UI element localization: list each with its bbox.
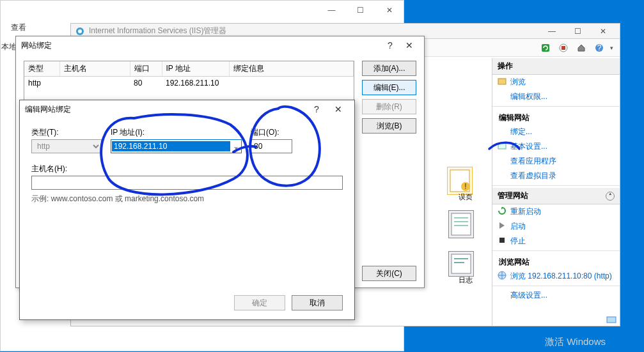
port-input[interactable] xyxy=(251,139,292,153)
action-browse[interactable]: 浏览 xyxy=(492,75,620,89)
host-example: 示例: www.contoso.com 或 marketing.contoso.… xyxy=(31,194,343,204)
bindings-close-button[interactable]: ✕ xyxy=(400,40,419,50)
browse-button[interactable]: 浏览(B) xyxy=(362,118,416,134)
svg-rect-18 xyxy=(498,143,506,149)
feature-label-error-pages: 误页 xyxy=(459,192,473,202)
actions-pane: 操作 浏览 编辑权限... 编辑网站 绑定... 基本设置... 查看应用程序 … xyxy=(492,58,620,326)
action-restart[interactable]: 重新启动 xyxy=(492,204,620,219)
toolbar-help-icon[interactable]: ? xyxy=(592,41,606,55)
actions-header: 操作 xyxy=(492,58,620,75)
toolbar-stop-icon[interactable] xyxy=(556,41,570,55)
ok-button: 确定 xyxy=(234,295,285,310)
action-edit-permissions[interactable]: 编辑权限... xyxy=(492,89,620,104)
action-view-apps[interactable]: 查看应用程序 xyxy=(492,154,620,169)
globe-icon xyxy=(498,271,507,280)
svg-rect-11 xyxy=(454,217,468,218)
iis-icon xyxy=(75,26,85,36)
svg-text:!: ! xyxy=(464,182,466,191)
svg-rect-17 xyxy=(498,79,506,84)
host-input[interactable] xyxy=(31,176,343,190)
svg-rect-10 xyxy=(452,213,471,235)
iis-min-button[interactable]: — xyxy=(539,27,565,36)
svg-rect-15 xyxy=(454,258,468,259)
svg-rect-21 xyxy=(607,317,616,323)
toolbar-refresh-icon[interactable] xyxy=(538,41,553,55)
bindings-buttons: 添加(A)... 编辑(E)... 删除(R) 浏览(B) 关闭(C) xyxy=(362,61,416,281)
toolbar-home-icon[interactable] xyxy=(574,41,588,55)
feature-icon-error-pages[interactable]: ! xyxy=(447,167,473,195)
feature-label-logging: 日志 xyxy=(459,275,473,285)
label-host: 主机名(H): xyxy=(31,164,343,174)
iis-max-button[interactable]: ☐ xyxy=(565,27,590,36)
edit-binding-dialog: 编辑网站绑定 ? ✕ 类型(T): http IP 地址(I): 192.168… xyxy=(19,100,355,320)
cancel-button[interactable]: 取消 xyxy=(292,295,343,310)
label-port: 端口(O): xyxy=(251,127,292,138)
feature-icon-logging[interactable] xyxy=(448,251,474,277)
section-edit-site: 编辑网站 xyxy=(492,109,620,125)
svg-point-1 xyxy=(78,29,82,33)
iis-local-label: 本地 xyxy=(1,42,17,52)
col-port[interactable]: 端口 xyxy=(130,61,162,77)
action-bindings[interactable]: 绑定... xyxy=(492,125,620,139)
action-advanced[interactable]: 高级设置... xyxy=(492,288,620,303)
activate-windows-watermark: 激活 Windows xyxy=(545,336,606,348)
edit-title: 编辑网站绑定 xyxy=(25,104,306,115)
close-dialog-button[interactable]: 关闭(C) xyxy=(362,266,416,281)
edit-help-button[interactable]: ? xyxy=(306,100,327,118)
add-button[interactable]: 添加(A)... xyxy=(362,61,416,76)
bg-titlebar: — ☐ ✕ xyxy=(1,1,404,20)
start-icon xyxy=(498,221,507,230)
svg-text:?: ? xyxy=(597,43,602,52)
bindings-title: 网站绑定 xyxy=(21,40,381,51)
col-ip[interactable]: IP 地址 xyxy=(162,61,229,77)
action-view-vdirs[interactable]: 查看虚拟目录 xyxy=(492,169,620,183)
action-start[interactable]: 启动 xyxy=(492,219,620,234)
section-manage-site: 管理网站 ˄ xyxy=(492,188,620,204)
action-browse-url[interactable]: 浏览 192.168.211.10:80 (http) xyxy=(492,269,620,284)
svg-rect-13 xyxy=(454,225,468,226)
action-basic-settings[interactable]: 基本设置... xyxy=(492,139,620,154)
type-select: http xyxy=(31,139,102,153)
bg-min-button[interactable]: — xyxy=(317,1,346,20)
col-type[interactable]: 类型 xyxy=(24,61,59,77)
label-ip: IP 地址(I): xyxy=(111,127,242,138)
section-browse-site: 浏览网站 xyxy=(492,253,620,269)
ip-combobox[interactable]: 192.168.211.10 ⌄ xyxy=(111,139,242,153)
bindings-help-button[interactable]: ? xyxy=(381,40,400,50)
edit-titlebar: 编辑网站绑定 ? ✕ xyxy=(20,100,354,118)
settings-icon xyxy=(498,141,507,150)
iis-title: Internet Information Services (IIS)管理器 xyxy=(89,26,226,36)
svg-rect-2 xyxy=(542,44,549,52)
svg-rect-16 xyxy=(454,262,464,263)
collapse-icon[interactable]: ˄ xyxy=(606,192,615,201)
table-row[interactable]: http 80 192.168.211.10 xyxy=(24,77,354,90)
bg-max-button[interactable]: ☐ xyxy=(346,1,375,20)
bg-close-button[interactable]: ✕ xyxy=(375,1,404,20)
chevron-down-icon[interactable]: ⌄ xyxy=(231,142,241,151)
ip-value[interactable]: 192.168.211.10 xyxy=(112,141,230,151)
label-type: 类型(T): xyxy=(31,127,102,138)
edit-close-button[interactable]: ✕ xyxy=(327,100,349,118)
col-info[interactable]: 绑定信息 xyxy=(229,61,354,77)
restart-icon xyxy=(498,206,507,215)
col-host[interactable]: 主机名 xyxy=(59,61,130,77)
stop-icon xyxy=(498,236,507,245)
action-stop[interactable]: 停止 xyxy=(492,234,620,249)
svg-rect-14 xyxy=(452,254,471,273)
explore-icon xyxy=(498,77,507,86)
iis-status-icon xyxy=(606,314,620,326)
edit-button[interactable]: 编辑(E)... xyxy=(362,80,416,95)
feature-icon-default-doc[interactable] xyxy=(448,210,474,238)
svg-rect-12 xyxy=(454,221,468,222)
bindings-titlebar: 网站绑定 ? ✕ xyxy=(16,36,424,54)
svg-rect-19 xyxy=(499,238,505,243)
svg-rect-4 xyxy=(562,46,565,50)
remove-button: 删除(R) xyxy=(362,99,416,114)
iis-close-button[interactable]: ✕ xyxy=(590,27,616,36)
toolbar-dropdown-icon[interactable]: ▾ xyxy=(610,45,613,51)
